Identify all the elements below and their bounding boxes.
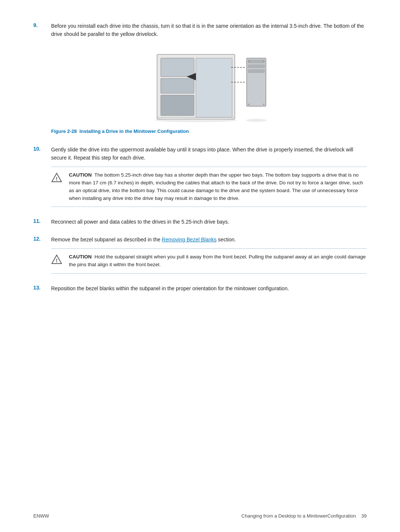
svg-rect-2 bbox=[161, 78, 194, 93]
caution-2-body: Hold the subpanel straight when you pull… bbox=[69, 254, 366, 267]
removing-bezel-blanks-link[interactable]: Removing Bezel Blanks bbox=[162, 237, 217, 242]
step-12-number: 12. bbox=[33, 236, 51, 278]
step-10-number: 10. bbox=[33, 146, 51, 211]
step-12-content: Remove the bezel subpanel as described i… bbox=[51, 236, 367, 278]
footer-right: Changing from a Desktop to a MinitowerCo… bbox=[241, 513, 367, 519]
step-12-text: Remove the bezel subpanel as described i… bbox=[51, 236, 367, 244]
svg-rect-3 bbox=[161, 95, 194, 116]
footer-left: ENWW bbox=[33, 513, 49, 519]
svg-rect-9 bbox=[248, 60, 264, 63]
step-11-text: Reconnect all power and data cables to t… bbox=[51, 218, 367, 226]
step-13-number: 13. bbox=[33, 285, 51, 296]
svg-text:!: ! bbox=[56, 176, 58, 182]
svg-rect-4 bbox=[196, 58, 232, 117]
svg-point-15 bbox=[263, 104, 264, 105]
caution-2-label: CAUTION bbox=[69, 254, 92, 260]
step-12: 12. Remove the bezel subpanel as describ… bbox=[33, 236, 367, 278]
caution-1-label: CAUTION bbox=[69, 172, 92, 178]
step-12-text-before: Remove the bezel subpanel as described i… bbox=[51, 237, 162, 242]
step-9-content: Before you reinstall each drive into the… bbox=[51, 22, 367, 139]
caution-box-1: ! CAUTION The bottom 5.25-inch drive bay… bbox=[51, 167, 367, 207]
figure-caption-text: Installing a Drive in the Minitower Conf… bbox=[80, 128, 189, 134]
step-10: 10. Gently slide the drive into the uppe… bbox=[33, 146, 367, 211]
figure-label: Figure 2-28 bbox=[51, 128, 77, 134]
figure-caption: Figure 2-28 Installing a Drive in the Mi… bbox=[51, 128, 367, 134]
caution-icon-1: ! bbox=[51, 172, 65, 184]
figure-diagram bbox=[146, 47, 272, 128]
step-10-text: Gently slide the drive into the uppermos… bbox=[51, 146, 367, 162]
svg-text:!: ! bbox=[56, 258, 58, 264]
caution-1-body: The bottom 5.25-inch drive bay has a sho… bbox=[69, 172, 363, 201]
svg-point-13 bbox=[263, 60, 264, 62]
caution-box-2: ! CAUTION Hold the subpanel straight whe… bbox=[51, 248, 367, 274]
svg-point-14 bbox=[248, 104, 250, 105]
step-9-number: 9. bbox=[33, 22, 51, 139]
svg-rect-11 bbox=[248, 70, 264, 73]
svg-point-12 bbox=[248, 60, 250, 62]
step-9-text: Before you reinstall each drive into the… bbox=[51, 22, 367, 38]
step-9: 9. Before you reinstall each drive into … bbox=[33, 22, 367, 139]
step-11-content: Reconnect all power and data cables to t… bbox=[51, 218, 367, 229]
caution-icon-2: ! bbox=[51, 254, 65, 266]
step-11-number: 11. bbox=[33, 218, 51, 229]
step-11: 11. Reconnect all power and data cables … bbox=[33, 218, 367, 229]
step-10-content: Gently slide the drive into the uppermos… bbox=[51, 146, 367, 211]
step-13-content: Reposition the bezel blanks within the s… bbox=[51, 285, 367, 296]
svg-point-17 bbox=[155, 118, 237, 122]
step-12-text-after: section. bbox=[217, 237, 236, 242]
svg-point-18 bbox=[246, 119, 267, 122]
caution-1-text: CAUTION The bottom 5.25-inch drive bay h… bbox=[69, 171, 367, 203]
caution-2-text: CAUTION Hold the subpanel straight when … bbox=[69, 253, 367, 269]
figure-area: Figure 2-28 Installing a Drive in the Mi… bbox=[51, 47, 367, 135]
step-13-text: Reposition the bezel blanks within the s… bbox=[51, 285, 367, 293]
svg-rect-10 bbox=[248, 65, 264, 68]
svg-rect-1 bbox=[161, 58, 194, 77]
step-13: 13. Reposition the bezel blanks within t… bbox=[33, 285, 367, 296]
footer: ENWW Changing from a Desktop to a Minito… bbox=[33, 513, 367, 519]
